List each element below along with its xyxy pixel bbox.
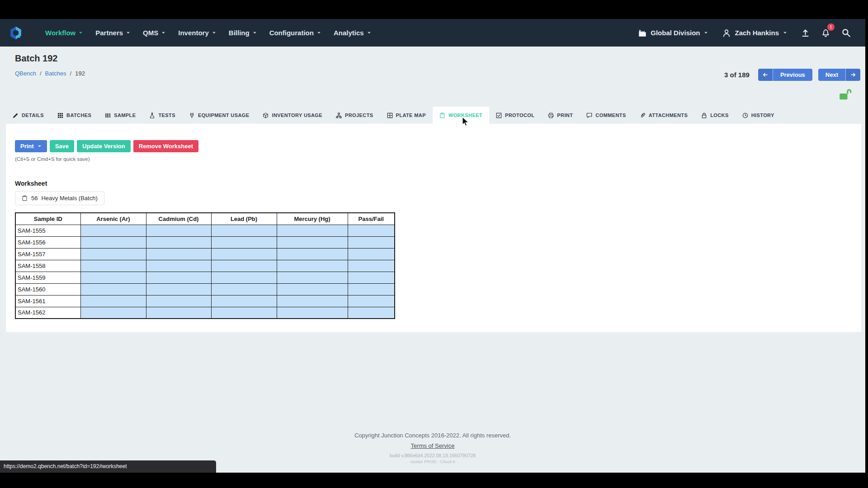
tab-label: PROJECTS	[345, 113, 373, 118]
tab-inventory-usage[interactable]: INVENTORY USAGE	[256, 107, 329, 124]
tab-label: ATTACHMENTS	[649, 113, 688, 118]
printer-icon	[548, 113, 554, 118]
nav-item-analytics[interactable]: Analytics	[328, 25, 377, 40]
tab-print[interactable]: PRINT	[541, 107, 580, 124]
tab-protocol[interactable]: PROTOCOL	[489, 107, 541, 124]
tab-projects[interactable]: PROJECTS	[329, 107, 380, 124]
user-label: Zach Hankins	[735, 29, 779, 37]
remove-worksheet-button[interactable]: Remove Worksheet	[133, 140, 198, 152]
value-cell-arsenic[interactable]	[80, 295, 146, 307]
value-cell-passfail[interactable]	[348, 225, 395, 236]
value-cell-cadmium[interactable]	[146, 272, 211, 283]
value-cell-arsenic[interactable]	[80, 225, 146, 236]
table-row: SAM-1559	[15, 272, 395, 283]
previous-label: Previous	[773, 69, 812, 81]
value-cell-arsenic[interactable]	[80, 283, 146, 295]
value-cell-passfail[interactable]	[348, 307, 395, 319]
value-cell-lead[interactable]	[211, 283, 277, 295]
value-cell-cadmium[interactable]	[146, 248, 211, 260]
sample-id-cell: SAM-1560	[15, 283, 80, 295]
value-cell-mercury[interactable]	[277, 225, 348, 236]
sample-id-cell: SAM-1557	[15, 248, 80, 260]
save-button[interactable]: Save	[50, 140, 74, 152]
unlock-icon[interactable]	[838, 88, 853, 101]
value-cell-lead[interactable]	[211, 236, 277, 248]
tab-label: PLATE MAP	[396, 113, 426, 118]
value-cell-mercury[interactable]	[277, 307, 348, 319]
value-cell-cadmium[interactable]	[146, 307, 211, 319]
value-cell-arsenic[interactable]	[80, 248, 146, 260]
value-cell-passfail[interactable]	[348, 283, 395, 295]
breadcrumb-qbench[interactable]: QBench	[15, 70, 36, 77]
value-cell-cadmium[interactable]	[146, 283, 211, 295]
tab-attachments[interactable]: ATTACHMENTS	[633, 107, 694, 124]
tab-worksheet[interactable]: WORKSHEET	[433, 107, 489, 124]
nav-item-qms[interactable]: QMS	[137, 25, 171, 40]
tab-history[interactable]: HISTORY	[736, 107, 781, 124]
value-cell-cadmium[interactable]	[146, 260, 211, 272]
value-cell-arsenic[interactable]	[80, 260, 146, 272]
value-cell-lead[interactable]	[211, 295, 277, 307]
value-cell-arsenic[interactable]	[80, 307, 146, 319]
update-version-button[interactable]: Update Version	[77, 140, 131, 152]
nav-item-billing[interactable]: Billing	[223, 25, 262, 40]
value-cell-lead[interactable]	[211, 272, 277, 283]
tab-equipment-usage[interactable]: EQUIPMENT USAGE	[182, 107, 256, 124]
value-cell-passfail[interactable]	[348, 272, 395, 283]
nav-item-inventory[interactable]: Inventory	[173, 25, 222, 40]
upload-icon	[801, 28, 810, 37]
user-menu[interactable]: Zach Hankins	[716, 26, 793, 40]
sample-id-cell: SAM-1559	[15, 272, 80, 283]
tab-sample[interactable]: SAMPLE	[98, 107, 142, 124]
value-cell-passfail[interactable]	[348, 248, 395, 260]
nav-item-configuration[interactable]: Configuration	[264, 25, 326, 40]
tab-label: PROTOCOL	[505, 113, 534, 118]
terms-link[interactable]: Terms of Service	[411, 442, 455, 449]
value-cell-passfail[interactable]	[348, 260, 395, 272]
value-cell-mercury[interactable]	[277, 295, 348, 307]
tab-plate-map[interactable]: PLATE MAP	[380, 107, 433, 124]
caret-down-icon	[126, 31, 130, 35]
value-cell-lead[interactable]	[211, 248, 277, 260]
nav-item-partners[interactable]: Partners	[90, 25, 136, 40]
value-cell-lead[interactable]	[211, 307, 277, 319]
print-label: Print	[20, 143, 34, 150]
caret-down-icon	[161, 31, 165, 35]
value-cell-arsenic[interactable]	[80, 236, 146, 248]
value-cell-mercury[interactable]	[277, 260, 348, 272]
value-cell-lead[interactable]	[211, 225, 277, 236]
tab-details[interactable]: DETAILS	[6, 107, 51, 124]
breadcrumb-batches[interactable]: Batches	[36, 70, 66, 77]
value-cell-cadmium[interactable]	[146, 225, 211, 236]
nav-action-upload[interactable]	[795, 25, 816, 41]
value-cell-mercury[interactable]	[277, 283, 348, 295]
caret-down-icon	[704, 31, 708, 35]
division-switcher[interactable]: Global Division	[632, 26, 714, 40]
print-button[interactable]: Print	[15, 140, 47, 152]
next-button[interactable]: Next	[818, 69, 860, 81]
worksheet-chip[interactable]: 56 Heavy Metals (Batch)	[15, 191, 104, 205]
nav-action-notifications[interactable]: !	[816, 25, 836, 41]
value-cell-passfail[interactable]	[348, 236, 395, 248]
tab-locks[interactable]: LOCKS	[694, 107, 736, 124]
previous-button[interactable]: Previous	[758, 69, 812, 81]
worksheet-id: 56	[31, 195, 38, 202]
clipboard-icon	[439, 113, 445, 118]
tab-batches[interactable]: BATCHES	[51, 107, 98, 124]
nav-item-workflow[interactable]: Workflow	[40, 25, 88, 40]
tab-tests[interactable]: TESTS	[142, 107, 182, 124]
value-cell-mercury[interactable]	[277, 236, 348, 248]
tab-comments[interactable]: COMMENTS	[580, 107, 632, 124]
value-cell-cadmium[interactable]	[146, 236, 211, 248]
value-cell-mercury[interactable]	[277, 272, 348, 283]
sample-id-cell: SAM-1562	[15, 307, 80, 319]
value-cell-arsenic[interactable]	[80, 272, 146, 283]
value-cell-lead[interactable]	[211, 260, 277, 272]
value-cell-passfail[interactable]	[348, 295, 395, 307]
record-pagination: 3 of 189 Previous Next	[724, 69, 860, 81]
qbench-logo[interactable]	[8, 25, 24, 41]
table-row: SAM-1556	[15, 236, 395, 248]
value-cell-mercury[interactable]	[277, 248, 348, 260]
nav-action-search[interactable]	[836, 25, 856, 41]
value-cell-cadmium[interactable]	[146, 295, 211, 307]
